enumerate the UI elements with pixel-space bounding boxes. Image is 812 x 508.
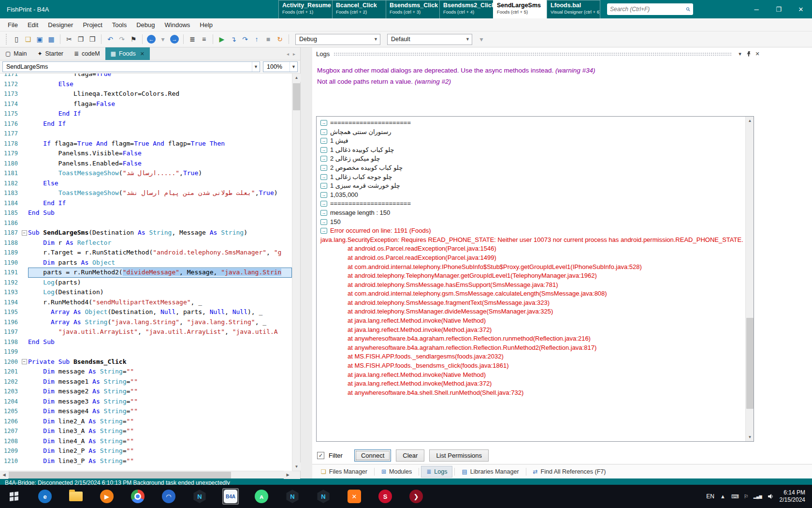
line-number[interactable]: 1204 <box>0 397 20 407</box>
keyboard-icon[interactable]: ⌨ <box>731 493 739 500</box>
red-app-icon[interactable]: ❯ <box>408 488 424 505</box>
scrollbar-thumb[interactable] <box>9 472 231 478</box>
code-line[interactable]: 1173 Llineqa.TextColor=Colors.Red <box>0 89 292 99</box>
code-line[interactable]: 1205 Dim message4 As String="" <box>0 406 292 417</box>
line-number[interactable]: 1175 <box>0 109 20 119</box>
line-number[interactable]: 1194 <box>0 298 20 308</box>
line-number[interactable]: 1183 <box>0 188 20 198</box>
code-line[interactable]: 1186 <box>0 218 292 228</box>
line-number[interactable]: 1191 <box>0 268 20 278</box>
restart-icon[interactable]: ↻ <box>275 34 285 45</box>
save-all-icon[interactable]: ▦ <box>46 34 57 45</box>
scroll-down-icon[interactable]: ▼ <box>746 433 754 441</box>
code-line[interactable]: 1179 Panelsms.Visible=False <box>0 149 292 159</box>
fold-margin[interactable]: − <box>20 357 28 367</box>
code-line[interactable]: 1187−Sub SendLargeSms(Destination As Str… <box>0 228 292 238</box>
redo-icon[interactable]: ↷ <box>116 34 127 45</box>
media-player-icon[interactable]: ▶ <box>99 488 115 505</box>
filter-checkbox[interactable]: ✓ <box>317 452 324 459</box>
doc-tab-foods[interactable]: ▦Foods✕ <box>105 47 150 60</box>
line-number[interactable]: 1197 <box>0 327 20 337</box>
nox-icon-2[interactable]: N <box>284 488 301 505</box>
line-number[interactable]: 1181 <box>0 168 20 179</box>
uncomment-icon[interactable]: ≡ <box>199 34 209 45</box>
doc-tab-codem[interactable]: ≣codeM <box>69 47 105 60</box>
taskbar-clock[interactable]: 6:14 PM 2/15/2024 <box>780 489 805 504</box>
step-over-icon[interactable]: ↷ <box>240 34 250 45</box>
quick-tab-lfoods.bal[interactable]: Lfoods.balVisual Designer (ctrl + 6) <box>547 0 600 18</box>
menu-item-tools[interactable]: Tools <box>107 19 131 30</box>
line-number[interactable]: 1206 <box>0 417 20 427</box>
menu-item-help[interactable]: Help <box>195 19 218 30</box>
code-line[interactable]: 1174 flaga=False <box>0 99 292 109</box>
chevron-down-icon[interactable]: ▼ <box>372 37 380 42</box>
scrollbar-thumb[interactable] <box>746 318 754 409</box>
line-number[interactable]: 1171 <box>0 74 20 79</box>
doc-tab-main[interactable]: ▢Main <box>0 47 32 60</box>
line-number[interactable]: 1208 <box>0 436 20 447</box>
code-line[interactable]: 1191 parts = r.RunMethod2("divideMessage… <box>0 268 292 278</box>
paste-icon[interactable]: ❒ <box>87 34 98 45</box>
editor-horizontal-scrollbar[interactable]: ◀ ▶ <box>0 471 300 478</box>
close-panel-icon[interactable]: ✕ <box>753 49 762 58</box>
list-permissions-button[interactable]: List Permissions <box>429 449 489 462</box>
editor-vertical-scrollbar[interactable]: ▲ ▼ <box>292 74 300 471</box>
code-line[interactable]: 1209 Dim line2_P As String="" <box>0 446 292 456</box>
tray-expand-icon[interactable]: ▲ <box>720 493 725 499</box>
code-line[interactable]: 1184 End If <box>0 198 292 209</box>
line-number[interactable]: 1193 <box>0 287 20 298</box>
scroll-down-icon[interactable]: ▼ <box>292 463 301 471</box>
menu-item-project[interactable]: Project <box>78 19 107 30</box>
panel-tab-files-manager[interactable]: ❏Files Manager <box>316 466 372 477</box>
code-line[interactable]: 1171 flaga=True <box>0 74 292 79</box>
line-number[interactable]: 1182 <box>0 179 20 189</box>
pin-icon[interactable] <box>744 49 753 58</box>
panel-tab-find-all-references-f7-[interactable]: ⇄Find All References (F7) <box>528 466 611 477</box>
maximize-button[interactable]: ❐ <box>768 0 790 18</box>
line-number[interactable]: 1210 <box>0 456 20 466</box>
tab-scroll-right-icon[interactable]: ▸ <box>293 51 295 57</box>
line-number[interactable]: 1172 <box>0 79 20 90</box>
code-line[interactable]: 1194 r.RunMethod4("sendMultipartTextMess… <box>0 298 292 308</box>
build-configuration-selector[interactable]: Default▼ <box>387 34 472 45</box>
close-tab-icon[interactable]: ✕ <box>140 51 145 57</box>
line-number[interactable]: 1187 <box>0 228 20 238</box>
code-line[interactable]: 1181 ToastMessageShow("ارسال شد.....",Tr… <box>0 168 292 179</box>
line-number[interactable]: 1199 <box>0 347 20 357</box>
search-box[interactable] <box>607 3 693 15</box>
line-number[interactable]: 1207 <box>0 426 20 436</box>
code-line[interactable]: 1178 If flaga=True And flagm=True And fl… <box>0 139 292 149</box>
menu-item-designer[interactable]: Designer <box>43 19 78 30</box>
code-line[interactable]: 1188 Dim r As Reflector <box>0 238 292 248</box>
scroll-up-icon[interactable]: ▲ <box>292 74 301 82</box>
chevron-down-icon[interactable]: ▼ <box>290 62 297 72</box>
search-input[interactable] <box>610 6 686 13</box>
panel-splitter[interactable] <box>301 47 312 478</box>
code-line[interactable]: 1189 r.Target = r.RunStaticMethod("andro… <box>0 248 292 258</box>
code-line[interactable]: 1210 Dim line3_P As String="" <box>0 456 292 466</box>
ie-icon[interactable]: e <box>37 488 53 505</box>
stop-icon[interactable]: ■ <box>263 34 274 45</box>
collapse-icon[interactable]: − <box>22 359 27 364</box>
line-number[interactable]: 1201 <box>0 367 20 377</box>
code-line[interactable]: 1175 End If <box>0 109 292 119</box>
code-line[interactable]: 1201 Dim message As String="" <box>0 367 292 377</box>
cut-icon[interactable]: ✂ <box>64 34 74 45</box>
line-number[interactable]: 1202 <box>0 377 20 387</box>
line-number[interactable]: 1184 <box>0 198 20 209</box>
undo-icon[interactable]: ↶ <box>105 34 116 45</box>
step-into-icon[interactable]: ↴ <box>228 34 239 45</box>
log-output[interactable]: →======================→رستوران سنتی همچ… <box>316 116 754 442</box>
code-line[interactable]: 1208 Dim line4_A As String="" <box>0 436 292 447</box>
line-number[interactable]: 1196 <box>0 317 20 328</box>
connect-button[interactable]: Connect <box>354 449 391 462</box>
browser-icon[interactable]: ◠ <box>160 488 177 505</box>
volume-icon[interactable] <box>767 493 774 500</box>
line-number[interactable]: 1177 <box>0 129 20 139</box>
network-icon[interactable]: ▂▄▆ <box>754 494 762 499</box>
dock-options-icon[interactable]: ▾ <box>736 49 744 58</box>
panel-tab-logs[interactable]: ≣Logs <box>421 466 452 478</box>
menu-item-file[interactable]: File <box>3 19 23 30</box>
menu-item-windows[interactable]: Windows <box>160 19 195 30</box>
code-line[interactable]: 1176 End If <box>0 119 292 129</box>
